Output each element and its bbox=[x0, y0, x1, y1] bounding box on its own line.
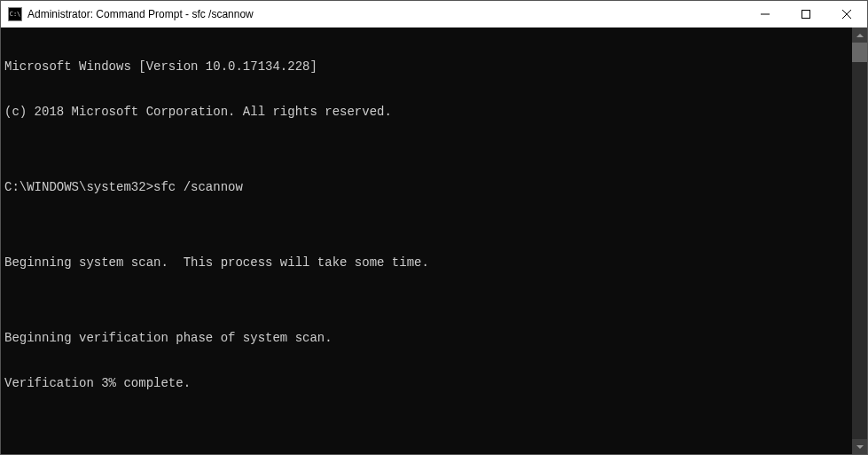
output-line: C:\WINDOWS\system32>sfc /scannow bbox=[4, 180, 848, 195]
maximize-button[interactable] bbox=[786, 1, 826, 27]
vertical-scrollbar[interactable] bbox=[852, 27, 867, 454]
svg-marker-4 bbox=[856, 34, 864, 37]
close-button[interactable] bbox=[826, 1, 867, 27]
app-icon: C:\ bbox=[8, 7, 22, 21]
window-controls bbox=[745, 1, 867, 27]
svg-marker-5 bbox=[856, 445, 864, 449]
output-line: (c) 2018 Microsoft Corporation. All righ… bbox=[4, 105, 848, 120]
terminal-output[interactable]: Microsoft Windows [Version 10.0.17134.22… bbox=[1, 27, 852, 454]
titlebar[interactable]: C:\ Administrator: Command Prompt - sfc … bbox=[1, 1, 867, 27]
output-line: Verification 3% complete. bbox=[4, 376, 848, 391]
scroll-track[interactable] bbox=[852, 43, 867, 439]
output-line: Beginning system scan. This process will… bbox=[4, 255, 848, 271]
minimize-button[interactable] bbox=[745, 1, 786, 27]
scroll-thumb[interactable] bbox=[852, 43, 867, 62]
client-area: Microsoft Windows [Version 10.0.17134.22… bbox=[1, 27, 867, 454]
window-title: Administrator: Command Prompt - sfc /sca… bbox=[27, 8, 745, 20]
output-line: Microsoft Windows [Version 10.0.17134.22… bbox=[4, 59, 848, 75]
svg-rect-1 bbox=[802, 11, 810, 19]
command-prompt-window: C:\ Administrator: Command Prompt - sfc … bbox=[0, 0, 868, 455]
output-line: Beginning verification phase of system s… bbox=[4, 331, 848, 346]
scroll-up-arrow-icon[interactable] bbox=[852, 27, 867, 43]
scroll-down-arrow-icon[interactable] bbox=[852, 439, 867, 454]
